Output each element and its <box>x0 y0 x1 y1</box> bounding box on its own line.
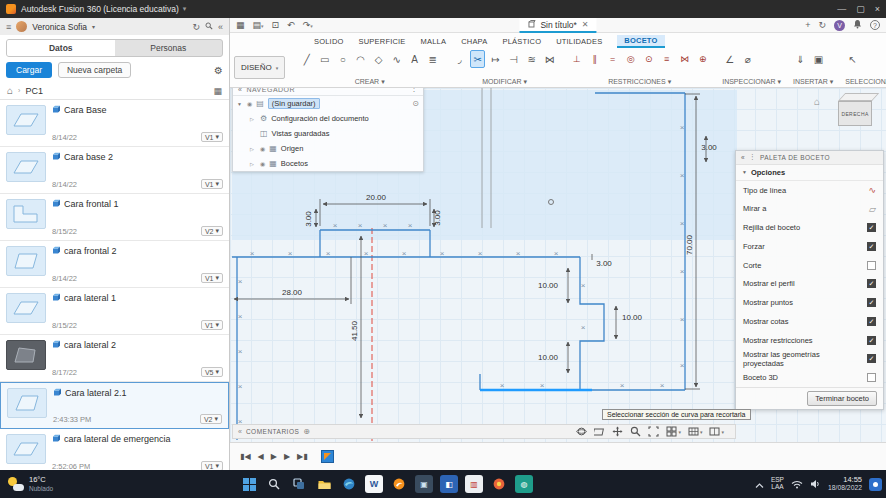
coincident-constraint-icon[interactable]: ⊙ <box>641 50 656 68</box>
fix-constraint-icon[interactable]: ⊕ <box>695 50 710 68</box>
visibility-eye-icon[interactable]: ◉ <box>260 160 265 167</box>
list-item-selected[interactable]: Cara lateral 2.1 2:43:33 PMV2▾ <box>0 382 229 429</box>
view-cube-top-face[interactable] <box>838 93 879 101</box>
list-item[interactable]: cara lateral 1 8/15/22V1▾ <box>0 288 229 335</box>
hidden-icons-chevron[interactable] <box>755 475 764 493</box>
notification-icon[interactable] <box>869 478 882 491</box>
close-button[interactable]: × <box>875 4 880 14</box>
tangent-constraint-icon[interactable]: ◎ <box>623 50 638 68</box>
insert-dropdown[interactable]: INSERTAR▾ <box>793 78 833 86</box>
polygon-tool-icon[interactable]: ◇ <box>371 50 386 68</box>
line-tool-icon[interactable]: ╱ <box>299 50 314 68</box>
collapse-icon[interactable]: « <box>741 154 745 161</box>
extend-tool-icon[interactable]: ↦ <box>488 50 503 68</box>
tab-boceto[interactable]: BOCETO <box>617 35 664 48</box>
app-icon-office[interactable]: W <box>365 475 383 493</box>
app-icon-12[interactable]: ◍ <box>515 475 533 493</box>
job-status-icon[interactable]: ↻ <box>818 20 826 30</box>
wifi-icon[interactable] <box>791 475 803 493</box>
version-dropdown[interactable]: V2▾ <box>200 414 222 424</box>
collapse-icon[interactable]: « <box>238 88 242 93</box>
version-dropdown[interactable]: V1▾ <box>201 132 223 142</box>
list-item[interactable]: cara lateral 2 8/17/22V5▾ <box>0 335 229 382</box>
app-icon-11[interactable] <box>490 475 508 493</box>
breadcrumb[interactable]: PC1 <box>25 86 43 96</box>
pattern-tool-icon[interactable]: ≣ <box>425 50 440 68</box>
navigator-item[interactable]: ▷ ◉ ▦ Bocetos <box>233 156 423 171</box>
tab-plastico[interactable]: PLÁSTICO <box>502 37 541 46</box>
search-button[interactable] <box>265 475 283 493</box>
task-view-button[interactable] <box>290 475 308 493</box>
notifications-bell-icon[interactable] <box>853 19 862 31</box>
redo-icon[interactable]: ↷▾ <box>303 20 313 30</box>
weather-widget[interactable]: 16°C Nublado <box>0 476 61 492</box>
visibility-eye-icon[interactable]: ◉ <box>260 145 265 152</box>
look-at-icon[interactable]: ▱ <box>869 204 876 214</box>
insert-image-icon[interactable]: ▣ <box>811 50 826 68</box>
expand-triangle-icon[interactable]: ▷ <box>250 116 256 122</box>
select-dropdown[interactable]: SELECCIONAR▾ <box>845 78 886 86</box>
view-cube[interactable]: ⌂ DERECHA <box>814 90 878 136</box>
insert-tool-icon[interactable]: ⇓ <box>793 50 808 68</box>
fillet-tool-icon[interactable]: ◞ <box>452 50 467 68</box>
play-button[interactable]: ▶ <box>271 452 277 461</box>
arc-tool-icon[interactable]: ◠ <box>353 50 368 68</box>
spline-tool-icon[interactable]: ∿ <box>389 50 404 68</box>
step-forward-button[interactable]: ▶ <box>284 452 290 461</box>
checkbox[interactable]: ✓ <box>867 354 876 363</box>
checkbox[interactable]: ✓ <box>867 336 876 345</box>
step-back-button[interactable]: ◀ <box>258 452 264 461</box>
tab-malla[interactable]: MALLA <box>421 37 447 46</box>
sketch-feature-marker[interactable] <box>321 450 334 463</box>
file-explorer-icon[interactable] <box>315 475 333 493</box>
look-at-icon[interactable] <box>594 426 605 437</box>
create-dropdown[interactable]: CREAR▾ <box>299 78 440 86</box>
list-item[interactable]: cara frontal 2 8/14/22V1▾ <box>0 241 229 288</box>
list-item[interactable]: Cara Base 8/14/22V1▾ <box>0 100 229 147</box>
search-icon[interactable] <box>205 22 213 32</box>
document-name[interactable]: (Sin guardar) <box>268 98 320 109</box>
navigator-item[interactable]: ▷ ◉ ▦ Origen <box>233 141 423 156</box>
app-icon-9[interactable]: ◧ <box>440 475 458 493</box>
option-slice[interactable]: Corte <box>736 256 883 275</box>
version-dropdown[interactable]: V1▾ <box>201 179 223 189</box>
save-icon[interactable]: ⊡ <box>272 20 280 30</box>
fusion-icon[interactable] <box>390 475 408 493</box>
account-avatar[interactable]: V <box>834 20 845 31</box>
file-menu-icon[interactable]: ▤▾ <box>253 20 264 30</box>
zoom-icon[interactable] <box>630 426 641 437</box>
chevron-down-icon[interactable]: ▾ <box>183 5 187 13</box>
visibility-eye-icon[interactable]: ◉ <box>247 100 252 107</box>
checkbox[interactable] <box>867 373 876 382</box>
collapse-icon[interactable]: « <box>238 428 242 435</box>
undo-icon[interactable]: ↶ <box>287 20 295 30</box>
hamburger-menu-icon[interactable]: ≡ <box>6 22 11 32</box>
break-tool-icon[interactable]: ⊣ <box>506 50 521 68</box>
circle-tool-icon[interactable]: ○ <box>335 50 350 68</box>
collapse-panel-icon[interactable]: « <box>218 22 223 32</box>
symmetry-constraint-icon[interactable]: ⋈ <box>677 50 692 68</box>
workspace-selector[interactable]: DISEÑO ▾ <box>234 56 285 79</box>
add-comment-icon[interactable]: ⊕ <box>303 427 310 436</box>
options-section-header[interactable]: ▼ Opciones <box>736 165 883 181</box>
select-tool-icon[interactable]: ↖ <box>845 50 860 68</box>
user-avatar[interactable] <box>16 21 27 32</box>
list-item[interactable]: Cara frontal 1 8/15/22V2▾ <box>0 194 229 241</box>
checkbox[interactable]: ✓ <box>867 298 876 307</box>
go-to-start-button[interactable]: ▮◀ <box>240 452 251 461</box>
expand-triangle-icon[interactable]: ▷ <box>250 161 256 167</box>
navigator-root-row[interactable]: ▼ ◉ ▤ (Sin guardar) ⊙ <box>233 96 423 111</box>
home-view-icon[interactable]: ⌂ <box>814 96 820 107</box>
measure-tool-icon[interactable]: ∠ <box>722 50 737 68</box>
tab-utilidades[interactable]: UTILIDADES <box>556 37 602 46</box>
tab-solido[interactable]: SOLIDO <box>314 37 344 46</box>
list-item[interactable]: Cara base 2 8/14/22V1▾ <box>0 147 229 194</box>
refresh-icon[interactable]: ↻ <box>192 22 200 32</box>
new-tab-icon[interactable]: + <box>805 20 810 30</box>
checkbox[interactable]: ✓ <box>867 279 876 288</box>
trim-tool-icon[interactable]: ✂ <box>470 50 485 68</box>
go-to-end-button[interactable]: ▶▮ <box>297 452 308 461</box>
grid-settings-icon[interactable]: ▾ <box>688 426 703 437</box>
help-icon[interactable]: ? <box>870 20 880 30</box>
viewport-layout-icon[interactable]: ▾ <box>709 426 724 437</box>
